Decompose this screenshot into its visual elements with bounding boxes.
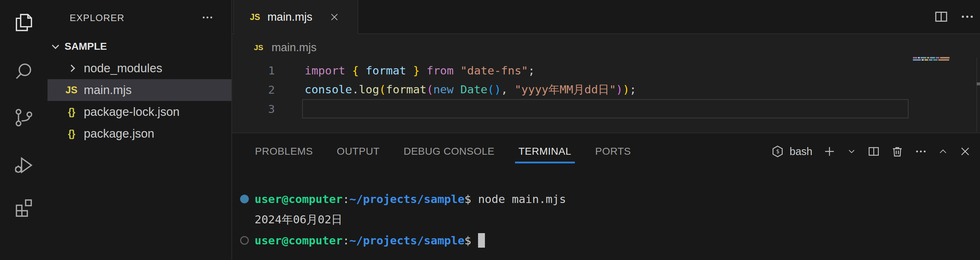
- js-file-icon: JS: [64, 85, 80, 96]
- code-text: import { format } from "date-fns";: [305, 64, 535, 77]
- sidebar-item-node_modules[interactable]: node_modules: [48, 57, 231, 79]
- code-line-3[interactable]: 3: [232, 99, 980, 118]
- code-token: .: [352, 83, 359, 96]
- sidebar-item-package-lock.json[interactable]: {}package-lock.json: [48, 101, 231, 123]
- chevron-down-icon: [52, 42, 59, 49]
- minimap-segment: [913, 59, 921, 61]
- minimap-line: [913, 57, 950, 59]
- terminal-text: :: [343, 234, 350, 247]
- terminal-line: user@computer:~/projects/sample$: [232, 230, 980, 250]
- minimap-segment: [921, 57, 926, 59]
- command-decoration-placeholder-icon[interactable]: [240, 236, 249, 245]
- file-name: node_modules: [84, 61, 162, 75]
- terminal-shell-label[interactable]: bash: [789, 146, 813, 158]
- minimap-segment: [922, 59, 924, 61]
- editor-actions: [934, 0, 975, 33]
- command-decoration-success-icon[interactable]: [240, 195, 249, 203]
- terminal-content[interactable]: user@computer:~/projects/sample$ node ma…: [232, 169, 980, 250]
- editor-group: JS main.mjs JS: [232, 0, 980, 132]
- more-actions-icon[interactable]: [960, 9, 975, 24]
- minimap-segment: [938, 59, 949, 61]
- line-number: 1: [232, 64, 275, 77]
- terminal-text: user@computer: [255, 193, 343, 206]
- minimap-segment: [918, 57, 920, 59]
- vscode-window: EXPLORER SAMPLE node_modulesJSmain.mjs{}…: [0, 0, 980, 260]
- code-line-2[interactable]: 2console.log(format(new Date(), "yyyy年MM…: [232, 80, 980, 99]
- editor-tab-bar: JS main.mjs: [232, 0, 980, 34]
- tab-main-mjs[interactable]: JS main.mjs: [233, 0, 358, 34]
- sidebar-file-list: node_modulesJSmain.mjs{}package-lock.jso…: [48, 57, 231, 145]
- panel-tabs: PROBLEMSOUTPUTDEBUG CONSOLETERMINALPORTS: [243, 133, 643, 169]
- extensions-icon: [13, 197, 35, 219]
- kill-terminal-trash-icon[interactable]: [891, 145, 904, 158]
- code-token: [454, 64, 461, 77]
- explorer-sidebar: EXPLORER SAMPLE node_modulesJSmain.mjs{}…: [48, 0, 232, 260]
- explorer-more-actions-button[interactable]: [201, 11, 215, 24]
- bash-terminal-icon: $: [771, 145, 784, 158]
- tab-close-button[interactable]: [328, 11, 340, 23]
- line-number: 2: [232, 83, 275, 96]
- minimap-segment: [927, 57, 929, 59]
- more-actions-icon[interactable]: [914, 145, 928, 158]
- overview-ruler-cursor-marker[interactable]: [977, 83, 980, 85]
- code-token: (: [426, 83, 433, 96]
- code-token: (: [379, 83, 386, 96]
- tab-label: main.mjs: [267, 11, 312, 24]
- code-token: [420, 64, 426, 77]
- sidebar-title: EXPLORER: [70, 12, 124, 24]
- minimap-segment: [933, 59, 937, 61]
- code-token: console: [305, 83, 352, 96]
- code-token: from: [426, 64, 454, 77]
- panel-tab-terminal[interactable]: TERMINAL: [507, 133, 584, 169]
- panel-tab-debug-console[interactable]: DEBUG CONSOLE: [392, 133, 507, 169]
- maximize-panel-chevron-up-icon[interactable]: [938, 146, 948, 156]
- code-token: {: [352, 64, 359, 77]
- minimap[interactable]: [913, 57, 950, 61]
- ellipsis-icon: [201, 11, 214, 24]
- code-token: [508, 83, 515, 96]
- split-editor-icon[interactable]: [934, 9, 949, 24]
- file-name: package-lock.json: [84, 105, 180, 119]
- sidebar-item-extensions[interactable]: [0, 196, 48, 220]
- code-token: format: [366, 64, 406, 77]
- terminal-line: 2024年06月02日: [232, 209, 980, 230]
- code-token: Date: [460, 83, 487, 96]
- panel-tab-problems[interactable]: PROBLEMS: [243, 133, 325, 169]
- terminal-text: ~/projects/sample: [349, 234, 464, 247]
- terminal-text: user@computer: [255, 234, 343, 247]
- code-editor[interactable]: 1import { format } from "date-fns";2cons…: [232, 61, 980, 118]
- chevron-down-icon[interactable]: [846, 146, 857, 156]
- sidebar-item-source-control[interactable]: [0, 106, 48, 130]
- close-panel-icon[interactable]: [959, 145, 972, 158]
- sidebar-item-search[interactable]: [0, 60, 48, 84]
- minimap-segment: [929, 59, 932, 61]
- svg-text:$: $: [776, 148, 780, 155]
- code-token: import: [305, 64, 345, 77]
- sidebar-item-package.json[interactable]: {}package.json: [48, 123, 231, 145]
- panel-tab-ports[interactable]: PORTS: [583, 133, 643, 169]
- code-token: [359, 64, 366, 77]
- terminal-text: :: [343, 193, 350, 206]
- code-token: ;: [528, 64, 535, 77]
- code-token: [406, 64, 413, 77]
- search-icon: [13, 61, 35, 83]
- panel-tab-output[interactable]: OUTPUT: [325, 133, 392, 169]
- breadcrumb[interactable]: JS main.mjs: [232, 34, 980, 61]
- code-token: }: [413, 64, 420, 77]
- new-terminal-icon[interactable]: [823, 145, 836, 158]
- sidebar-item-explorer[interactable]: [0, 11, 48, 35]
- terminal-line: user@computer:~/projects/sample$ node ma…: [232, 188, 980, 209]
- sidebar-item-run-and-debug[interactable]: [0, 153, 48, 177]
- code-token: ,: [501, 83, 508, 96]
- folder-section-sample[interactable]: SAMPLE: [48, 35, 231, 57]
- code-token: "date-fns": [460, 64, 528, 77]
- minimap-segment: [936, 57, 939, 59]
- minimap-segment: [940, 57, 950, 59]
- split-terminal-icon[interactable]: [867, 145, 880, 158]
- breadcrumb-file-label: main.mjs: [272, 41, 317, 54]
- sidebar-item-main.mjs[interactable]: JSmain.mjs: [48, 79, 231, 101]
- panel-actions: $ bash: [771, 133, 972, 169]
- terminal-text: 2024年06月02日: [255, 212, 342, 227]
- code-line-1[interactable]: 1import { format } from "date-fns";: [232, 61, 980, 80]
- minimap-segment: [924, 59, 928, 61]
